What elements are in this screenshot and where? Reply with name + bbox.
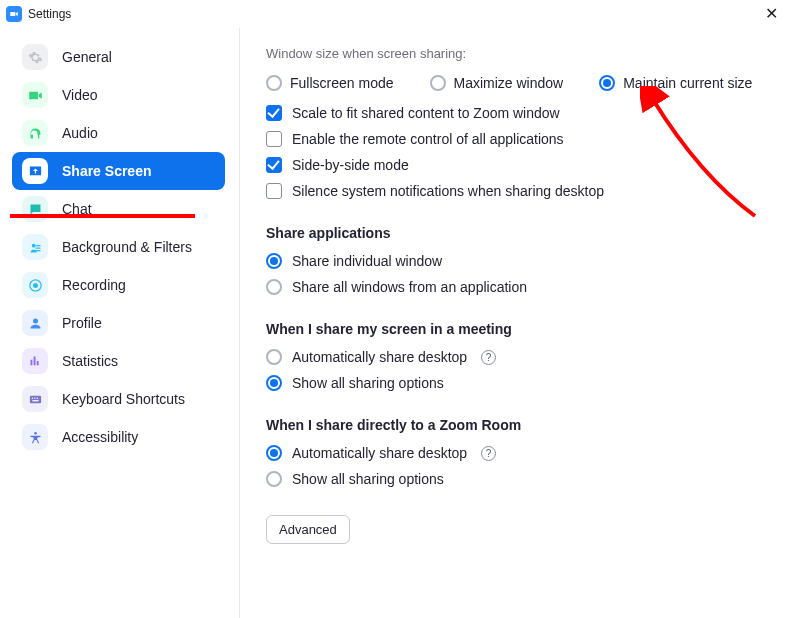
- sidebar-item-accessibility[interactable]: Accessibility: [12, 418, 225, 456]
- checkbox-label: Enable the remote control of all applica…: [292, 131, 564, 147]
- sidebar-item-chat[interactable]: Chat: [12, 190, 225, 228]
- radio-icon: [266, 75, 282, 91]
- record-icon: [22, 272, 48, 298]
- checkbox-remote[interactable]: Enable the remote control of all applica…: [266, 131, 770, 147]
- radio-icon: [266, 375, 282, 391]
- radio-label: Maximize window: [454, 75, 564, 91]
- radio-maximize[interactable]: Maximize window: [430, 75, 564, 91]
- checkbox-icon: [266, 131, 282, 147]
- radio-icon: [266, 445, 282, 461]
- radio-maintain[interactable]: Maintain current size: [599, 75, 752, 91]
- radio-icon: [430, 75, 446, 91]
- radio-label: Share all windows from an application: [292, 279, 527, 295]
- titlebar-left: Settings: [6, 6, 71, 22]
- svg-point-0: [31, 243, 35, 247]
- sidebar-label: Accessibility: [62, 429, 138, 445]
- checkbox-silence[interactable]: Silence system notifications when sharin…: [266, 183, 770, 199]
- radio-meeting-show[interactable]: Show all sharing options: [266, 375, 770, 391]
- checkbox-scale[interactable]: Scale to fit shared content to Zoom wind…: [266, 105, 770, 121]
- sidebar-label: Video: [62, 87, 98, 103]
- window-size-label: Window size when screen sharing:: [266, 46, 770, 61]
- radio-label: Show all sharing options: [292, 375, 444, 391]
- app-icon: [6, 6, 22, 22]
- window-size-options: Fullscreen mode Maximize window Maintain…: [266, 75, 770, 91]
- sidebar-item-keyboard[interactable]: Keyboard Shortcuts: [12, 380, 225, 418]
- svg-rect-5: [31, 397, 32, 398]
- radio-icon: [266, 279, 282, 295]
- window-title: Settings: [28, 7, 71, 21]
- sidebar-item-share-screen[interactable]: Share Screen: [12, 152, 225, 190]
- meeting-share-title: When I share my screen in a meeting: [266, 321, 770, 337]
- svg-point-9: [34, 431, 37, 434]
- radio-label: Maintain current size: [623, 75, 752, 91]
- accessibility-icon: [22, 424, 48, 450]
- checkbox-label: Scale to fit shared content to Zoom wind…: [292, 105, 560, 121]
- svg-rect-4: [29, 395, 40, 403]
- radio-label: Show all sharing options: [292, 471, 444, 487]
- radio-label: Share individual window: [292, 253, 442, 269]
- help-icon[interactable]: ?: [481, 446, 496, 461]
- chat-icon: [22, 196, 48, 222]
- checkbox-label: Side-by-side mode: [292, 157, 409, 173]
- titlebar: Settings ✕: [0, 0, 790, 28]
- checkbox-icon: [266, 105, 282, 121]
- background-icon: [22, 234, 48, 260]
- headphones-icon: [22, 120, 48, 146]
- radio-label: Automatically share desktop: [292, 349, 467, 365]
- radio-meeting-auto[interactable]: Automatically share desktop ?: [266, 349, 770, 365]
- sidebar-item-general[interactable]: General: [12, 38, 225, 76]
- radio-icon: [266, 349, 282, 365]
- profile-icon: [22, 310, 48, 336]
- help-icon[interactable]: ?: [481, 350, 496, 365]
- radio-icon: [599, 75, 615, 91]
- sidebar-label: Recording: [62, 277, 126, 293]
- gear-icon: [22, 44, 48, 70]
- radio-icon: [266, 253, 282, 269]
- checkbox-icon: [266, 183, 282, 199]
- radio-icon: [266, 471, 282, 487]
- share-apps-title: Share applications: [266, 225, 770, 241]
- keyboard-icon: [22, 386, 48, 412]
- sidebar-item-audio[interactable]: Audio: [12, 114, 225, 152]
- sidebar-item-background[interactable]: Background & Filters: [12, 228, 225, 266]
- sidebar-label: Statistics: [62, 353, 118, 369]
- svg-rect-6: [34, 397, 35, 398]
- svg-point-3: [33, 318, 38, 323]
- sidebar-label: Profile: [62, 315, 102, 331]
- sidebar-item-recording[interactable]: Recording: [12, 266, 225, 304]
- sidebar-item-statistics[interactable]: Statistics: [12, 342, 225, 380]
- sidebar-label: Audio: [62, 125, 98, 141]
- radio-label: Automatically share desktop: [292, 445, 467, 461]
- checkbox-icon: [266, 157, 282, 173]
- sidebar-label: Share Screen: [62, 163, 152, 179]
- svg-point-2: [33, 283, 38, 288]
- radio-share-individual[interactable]: Share individual window: [266, 253, 770, 269]
- sidebar-label: Keyboard Shortcuts: [62, 391, 185, 407]
- zoomroom-share-title: When I share directly to a Zoom Room: [266, 417, 770, 433]
- radio-label: Fullscreen mode: [290, 75, 394, 91]
- checkbox-side-by-side[interactable]: Side-by-side mode: [266, 157, 770, 173]
- svg-rect-8: [32, 400, 38, 401]
- close-button[interactable]: ✕: [761, 4, 782, 24]
- sidebar-item-profile[interactable]: Profile: [12, 304, 225, 342]
- sidebar-label: General: [62, 49, 112, 65]
- share-screen-icon: [22, 158, 48, 184]
- checkbox-label: Silence system notifications when sharin…: [292, 183, 604, 199]
- sidebar: General Video Audio Share Screen Chat Ba…: [0, 28, 240, 618]
- radio-share-all[interactable]: Share all windows from an application: [266, 279, 770, 295]
- advanced-button[interactable]: Advanced: [266, 515, 350, 544]
- sidebar-label: Background & Filters: [62, 239, 192, 255]
- radio-fullscreen[interactable]: Fullscreen mode: [266, 75, 394, 91]
- radio-zoomroom-auto[interactable]: Automatically share desktop ?: [266, 445, 770, 461]
- video-icon: [22, 82, 48, 108]
- radio-zoomroom-show[interactable]: Show all sharing options: [266, 471, 770, 487]
- stats-icon: [22, 348, 48, 374]
- sidebar-item-video[interactable]: Video: [12, 76, 225, 114]
- annotation-underline: [10, 214, 195, 218]
- content-pane: Window size when screen sharing: Fullscr…: [240, 28, 790, 618]
- svg-rect-7: [36, 397, 37, 398]
